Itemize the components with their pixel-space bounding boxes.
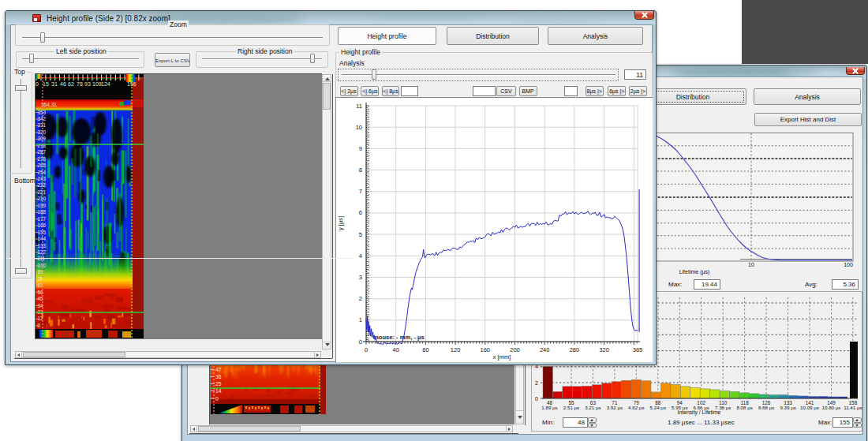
svg-text:10: 10 xyxy=(748,262,754,267)
svg-text:124: 124 xyxy=(101,81,110,87)
svg-text:0: 0 xyxy=(535,396,538,402)
svg-text:155: 155 xyxy=(38,230,47,235)
svg-text:177: 177 xyxy=(38,216,47,222)
svg-text:0: 0 xyxy=(365,346,368,353)
svg-text:309: 309 xyxy=(38,136,47,141)
svg-text:2: 2 xyxy=(535,380,538,386)
svg-text:36: 36 xyxy=(215,374,222,379)
svg-text:15: 15 xyxy=(43,81,49,87)
svg-text:10: 10 xyxy=(356,124,362,131)
svg-text:1: 1 xyxy=(359,316,362,323)
svg-text:144: 144 xyxy=(38,236,47,241)
svg-text:0: 0 xyxy=(38,323,41,328)
svg-text:100: 100 xyxy=(38,263,47,268)
svg-text:365: 365 xyxy=(633,346,643,353)
svg-text:200: 200 xyxy=(510,346,520,353)
svg-text:3.21 µs: 3.21 µs xyxy=(585,405,600,410)
svg-text:8: 8 xyxy=(359,166,362,174)
svg-text:46: 46 xyxy=(60,81,66,87)
svg-text:320: 320 xyxy=(599,346,609,353)
svg-text:3.92 µs: 3.92 µs xyxy=(607,405,623,410)
svg-text:111: 111 xyxy=(38,256,46,261)
svg-text:122: 122 xyxy=(38,249,47,255)
svg-text:342: 342 xyxy=(38,116,47,121)
svg-text:276: 276 xyxy=(38,156,47,162)
svg-text:166: 166 xyxy=(38,222,47,228)
svg-text:3: 3 xyxy=(359,274,362,281)
svg-text:133: 133 xyxy=(38,243,47,249)
svg-text:14: 14 xyxy=(215,388,222,394)
svg-text:10.09 µs: 10.09 µs xyxy=(800,405,819,410)
svg-text:11.41 µs: 11.41 µs xyxy=(844,405,862,410)
svg-text:2: 2 xyxy=(359,295,362,302)
svg-text:80: 80 xyxy=(422,346,428,353)
svg-text:47: 47 xyxy=(215,367,222,372)
svg-text:287: 287 xyxy=(38,149,47,155)
svg-text:8.68 µs: 8.68 µs xyxy=(758,405,774,410)
svg-text:11: 11 xyxy=(356,103,362,110)
svg-text:199: 199 xyxy=(38,203,47,208)
svg-text:265: 265 xyxy=(38,163,47,168)
svg-text:0: 0 xyxy=(215,396,219,402)
svg-text:6: 6 xyxy=(359,209,362,216)
svg-text:0: 0 xyxy=(36,81,39,87)
svg-text:120: 120 xyxy=(451,346,461,353)
svg-text:Intensity / Lifetime: Intensity / Lifetime xyxy=(678,409,721,416)
svg-text:8.08 µs: 8.08 µs xyxy=(736,405,752,410)
svg-text:5.24 µs: 5.24 µs xyxy=(650,405,666,410)
svg-text:364.31: 364.31 xyxy=(41,102,57,107)
svg-text:4: 4 xyxy=(359,252,362,260)
svg-text:mouse: - mm, - µs: mouse: - mm, - µs xyxy=(373,334,425,341)
svg-text:x [mm]: x [mm] xyxy=(493,353,511,361)
svg-text:93: 93 xyxy=(84,81,91,87)
svg-text:7: 7 xyxy=(359,188,362,195)
svg-text:10.80 µs: 10.80 µs xyxy=(822,405,841,410)
svg-text:y [µs]: y [µs] xyxy=(337,216,344,230)
svg-text:221: 221 xyxy=(38,189,47,195)
svg-text:9.39 µs: 9.39 µs xyxy=(780,405,795,410)
svg-text:188: 188 xyxy=(38,209,47,215)
svg-text:254: 254 xyxy=(38,170,47,175)
svg-text:78: 78 xyxy=(77,81,83,87)
svg-text:40: 40 xyxy=(393,346,399,353)
svg-text:240: 240 xyxy=(540,346,550,353)
svg-text:280: 280 xyxy=(570,346,580,353)
svg-text:2.51 µs: 2.51 µs xyxy=(563,405,579,410)
svg-text:62: 62 xyxy=(68,81,74,87)
svg-text:353: 353 xyxy=(38,110,47,115)
svg-text:4.62 µs: 4.62 µs xyxy=(628,405,644,410)
svg-text:100: 100 xyxy=(844,262,853,267)
svg-text:210: 210 xyxy=(38,196,47,201)
svg-text:243: 243 xyxy=(38,176,47,181)
svg-text:25: 25 xyxy=(215,381,222,387)
svg-text:160: 160 xyxy=(481,346,491,353)
svg-text:331: 331 xyxy=(38,122,47,128)
svg-text:5: 5 xyxy=(359,231,362,238)
svg-text:0: 0 xyxy=(359,338,362,346)
svg-text:9: 9 xyxy=(359,145,362,152)
svg-text:1.89 µs: 1.89 µs xyxy=(541,405,557,410)
svg-text:320: 320 xyxy=(38,129,47,135)
svg-text:298: 298 xyxy=(38,143,47,148)
svg-text:31: 31 xyxy=(51,81,58,87)
svg-text:232: 232 xyxy=(38,182,47,188)
